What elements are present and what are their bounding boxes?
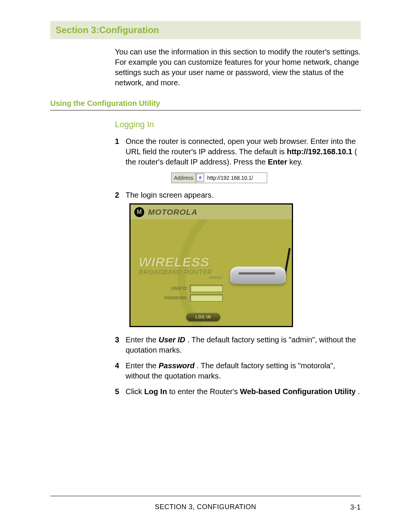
step5-utility: Web-based Configuration Utility (240, 387, 356, 396)
footer-page-number: 3-1 (350, 497, 361, 511)
login-body: WIRELESS BROADBAND ROUTER WR850G USER ID… (131, 219, 292, 326)
login-form: USER ID: PASSWORD: (139, 285, 223, 304)
section-title: Section 3:Configuration (56, 25, 355, 35)
password-label: PASSWORD: (139, 296, 190, 301)
step1-enter: Enter (268, 158, 287, 166)
step5-mid: to enter the Router's (169, 387, 240, 396)
motorola-wordmark: MOTOROLA (148, 207, 198, 217)
step3-pre: Enter the (126, 335, 159, 344)
step1-post: key. (289, 158, 303, 166)
step4-password: Password (159, 361, 194, 370)
login-button[interactable]: LOG IN (186, 313, 220, 321)
step5-login: Log In (144, 387, 167, 396)
step4-pre: Enter the (126, 361, 159, 370)
step2-text: The login screen appears. (126, 191, 213, 199)
section-header: Section 3:Configuration (50, 21, 361, 39)
password-row: PASSWORD: (139, 294, 223, 302)
step-5: Click Log In to enter the Router's Web-b… (115, 387, 361, 397)
ie-page-icon: e (196, 174, 204, 181)
step1-mid: the router's default IP address). Press … (126, 158, 268, 166)
login-header: M MOTOROLA (131, 204, 292, 219)
footer-center: SECTION 3, CONFIGURATION (155, 503, 256, 511)
login-subtitle: BROADBAND ROUTER (139, 268, 212, 276)
password-field[interactable] (190, 294, 223, 302)
step-3: Enter the User ID . The default factory … (115, 335, 361, 355)
userid-row: USER ID: (139, 285, 223, 292)
step5-pre: Click (126, 387, 144, 396)
step5-post: . (358, 387, 360, 396)
step-2: The login screen appears. M MOTOROLA WIR… (115, 190, 361, 327)
topic-title: Logging In (115, 120, 361, 129)
router-illustration (229, 249, 290, 284)
step-4: Enter the Password . The default factory… (115, 361, 361, 381)
step1-mid-open: ( (355, 147, 357, 156)
page-footer: SECTION 3, CONFIGURATION 3-1 (50, 496, 361, 511)
login-model: WR850G (209, 275, 223, 280)
userid-field[interactable] (190, 285, 223, 292)
step-1: Once the router is connected, open your … (115, 136, 361, 183)
intro-paragraph: You can use the information in this sect… (115, 47, 361, 88)
step-list: Once the router is connected, open your … (115, 136, 361, 397)
router-body-icon (230, 267, 286, 284)
login-screenshot: M MOTOROLA WIRELESS BROADBAND ROUTER WR8… (129, 203, 293, 327)
subsection-rule: Using the Configuration Utility (50, 99, 361, 110)
address-label: Address (172, 173, 196, 183)
address-url: http://192.168.10.1/ (205, 173, 267, 183)
step1-url: http://192.168.10.1 (287, 147, 352, 156)
motorola-logo-icon: M (134, 207, 144, 217)
subsection-title: Using the Configuration Utility (50, 99, 361, 108)
step3-userid: User ID (159, 335, 185, 344)
address-bar-mock: Address e http://192.168.10.1/ (171, 173, 267, 183)
userid-label: USER ID: (139, 286, 190, 291)
router-slot-icon (239, 272, 275, 275)
